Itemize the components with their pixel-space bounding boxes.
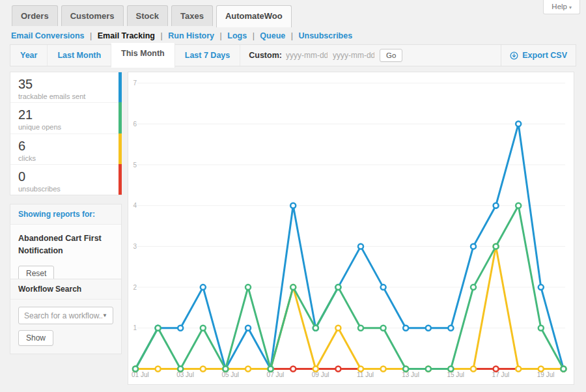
email-tracking-chart[interactable]: 0123456701 Jul03 Jul05 Jul07 Jul09 Jul11…	[128, 72, 574, 384]
filter-tab-year[interactable]: Year	[10, 45, 48, 66]
custom-range-label: Custom:	[249, 51, 282, 60]
chevron-down-icon: ▾	[569, 5, 572, 10]
stat-value: 6	[18, 138, 113, 154]
tab-customers[interactable]: Customers	[61, 5, 124, 26]
subnav-run-history[interactable]: Run History	[168, 31, 214, 40]
x-tick-label: 05 Jul	[221, 371, 239, 378]
stat-label: unique opens	[18, 123, 113, 131]
stat-value: 0	[18, 169, 113, 184]
stat-color-strip	[119, 133, 122, 165]
go-button[interactable]: Go	[380, 49, 402, 62]
y-tick-label: 7	[133, 79, 137, 87]
tab-stock[interactable]: Stock	[127, 5, 168, 26]
subnav-queue[interactable]: Queue	[260, 31, 285, 40]
x-tick-label: 13 Jul	[402, 371, 419, 378]
help-button[interactable]: Help▾	[543, 0, 580, 14]
custom-date-from-input[interactable]	[286, 51, 328, 60]
subnav-separator: |	[160, 31, 162, 40]
subnav-separator: |	[220, 31, 222, 40]
stat-label: unsubscribes	[18, 185, 113, 193]
export-csv-label: Export CSV	[522, 51, 567, 60]
chevron-down-icon: ▼	[102, 313, 107, 318]
help-label: Help	[551, 3, 567, 10]
stat-color-strip	[119, 102, 122, 133]
filter-tab-this-month[interactable]: This Month	[111, 43, 175, 68]
export-csv-link[interactable]: Export CSV	[501, 45, 576, 66]
subnav-separator: |	[253, 31, 255, 40]
report-subnav: Email Conversions | Email Tracking | Run…	[11, 31, 352, 40]
subnav-separator: |	[291, 31, 293, 40]
tracking-stats-panel: 35 trackable emails sent 21 unique opens…	[10, 72, 122, 195]
y-tick-label: 1	[133, 324, 137, 331]
subnav-unsubscribes[interactable]: Unsubscribes	[298, 31, 352, 40]
filter-tab-last-month[interactable]: Last Month	[48, 45, 111, 66]
subnav-email-tracking[interactable]: Email Tracking	[98, 31, 155, 40]
x-tick-label: 15 Jul	[447, 371, 464, 378]
stat-unique-opens: 21 unique opens	[10, 102, 121, 133]
current-workflow-name: Abandoned Cart First Notification	[18, 232, 113, 258]
tab-orders[interactable]: Orders	[12, 5, 58, 26]
top-tab-bar: Orders Customers Stock Taxes AutomateWoo	[12, 5, 292, 27]
stat-clicks: 6 clicks	[10, 133, 121, 164]
date-filter-bar: Year Last Month This Month Last 7 Days C…	[10, 44, 576, 66]
x-tick-label: 11 Jul	[357, 371, 374, 378]
subnav-logs[interactable]: Logs	[227, 31, 247, 40]
showing-reports-header: Showing reports for:	[10, 204, 121, 225]
stat-unsubscribes: 0 unsubscribes	[10, 164, 121, 195]
stat-value: 35	[18, 76, 113, 92]
tab-taxes[interactable]: Taxes	[171, 5, 213, 26]
tab-automatewoo[interactable]: AutomateWoo	[216, 5, 292, 27]
x-tick-label: 19 Jul	[537, 371, 555, 378]
workflow-select[interactable]: Search for a workflow... ▼	[18, 307, 113, 324]
subnav-email-conversions[interactable]: Email Conversions	[11, 31, 85, 40]
stat-color-strip	[119, 164, 122, 195]
y-tick-label: 4	[133, 202, 137, 209]
email-tracking-chart-panel: 0123456701 Jul03 Jul05 Jul07 Jul09 Jul11…	[128, 72, 574, 385]
download-circle-icon	[510, 51, 518, 60]
workflow-select-placeholder: Search for a workflow...	[24, 311, 102, 320]
stat-color-strip	[119, 72, 122, 103]
stat-emails-sent: 35 trackable emails sent	[10, 72, 121, 102]
custom-date-to-input[interactable]	[333, 51, 374, 60]
filter-tab-last-7-days[interactable]: Last 7 Days	[175, 45, 240, 66]
workflow-search-panel: Workflow Search Search for a workflow...…	[10, 279, 122, 354]
y-tick-label: 6	[133, 120, 137, 128]
x-tick-label: 01 Jul	[132, 371, 149, 378]
y-tick-label: 5	[133, 161, 137, 169]
show-button[interactable]: Show	[18, 330, 53, 346]
workflow-search-header: Workflow Search	[10, 279, 121, 300]
x-tick-label: 07 Jul	[267, 371, 285, 378]
y-tick-label: 2	[133, 284, 137, 291]
custom-range-section: Custom: Go	[249, 49, 402, 62]
subnav-separator: |	[90, 31, 92, 40]
x-tick-label: 03 Jul	[176, 371, 194, 378]
x-tick-label: 17 Jul	[492, 371, 510, 378]
x-tick-label: 09 Jul	[312, 371, 329, 378]
stat-value: 21	[18, 107, 113, 122]
stat-label: trackable emails sent	[18, 92, 113, 100]
stat-label: clicks	[18, 154, 113, 162]
showing-reports-panel: Showing reports for: Abandoned Cart Firs…	[10, 204, 122, 290]
y-tick-label: 3	[133, 243, 137, 250]
